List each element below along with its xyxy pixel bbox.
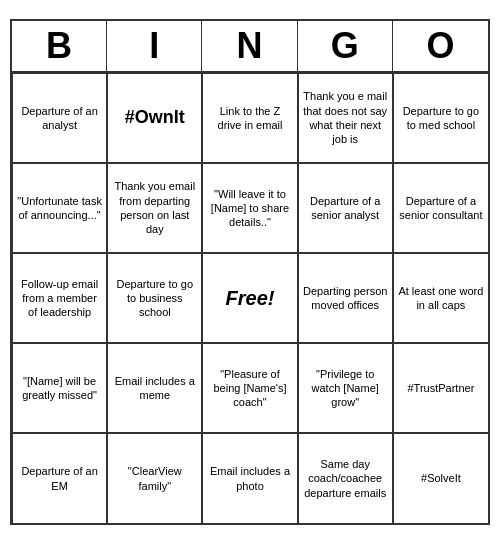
bingo-grid: Departure of an analyst#OwnItLink to the… xyxy=(12,73,488,523)
cell-text-24: #SolveIt xyxy=(421,471,461,485)
bingo-cell-18[interactable]: "Privilege to watch [Name] grow" xyxy=(298,343,393,433)
cell-text-7: "Will leave it to [Name] to share detail… xyxy=(207,187,292,230)
bingo-cell-19[interactable]: #TrustPartner xyxy=(393,343,488,433)
bingo-cell-10[interactable]: Follow-up email from a member of leaders… xyxy=(12,253,107,343)
bingo-header: BINGO xyxy=(12,21,488,73)
bingo-cell-2[interactable]: Link to the Z drive in email xyxy=(202,73,297,163)
bingo-cell-7[interactable]: "Will leave it to [Name] to share detail… xyxy=(202,163,297,253)
bingo-cell-4[interactable]: Departure to go to med school xyxy=(393,73,488,163)
bingo-cell-14[interactable]: At least one word in all caps xyxy=(393,253,488,343)
bingo-cell-15[interactable]: "[Name] will be greatly missed" xyxy=(12,343,107,433)
cell-text-18: "Privilege to watch [Name] grow" xyxy=(303,367,388,410)
bingo-cell-6[interactable]: Thank you email from departing person on… xyxy=(107,163,202,253)
header-letter-n: N xyxy=(202,21,297,71)
bingo-cell-5[interactable]: "Unfortunate task of announcing..." xyxy=(12,163,107,253)
cell-text-6: Thank you email from departing person on… xyxy=(112,179,197,236)
cell-text-23: Same day coach/coachee departure emails xyxy=(303,457,388,500)
cell-text-4: Departure to go to med school xyxy=(398,104,484,133)
bingo-cell-17[interactable]: "Pleasure of being [Name's] coach" xyxy=(202,343,297,433)
cell-text-19: #TrustPartner xyxy=(407,381,474,395)
bingo-cell-20[interactable]: Departure of an EM xyxy=(12,433,107,523)
bingo-cell-11[interactable]: Departure to go to business school xyxy=(107,253,202,343)
bingo-cell-8[interactable]: Departure of a senior analyst xyxy=(298,163,393,253)
bingo-cell-12[interactable]: Free! xyxy=(202,253,297,343)
cell-text-20: Departure of an EM xyxy=(17,464,102,493)
cell-text-15: "[Name] will be greatly missed" xyxy=(17,374,102,403)
bingo-cell-21[interactable]: "ClearView family" xyxy=(107,433,202,523)
cell-text-16: Email includes a meme xyxy=(112,374,197,403)
bingo-cell-9[interactable]: Departure of a senior consultant xyxy=(393,163,488,253)
cell-text-5: "Unfortunate task of announcing..." xyxy=(17,194,102,223)
header-letter-o: O xyxy=(393,21,488,71)
bingo-cell-16[interactable]: Email includes a meme xyxy=(107,343,202,433)
cell-text-10: Follow-up email from a member of leaders… xyxy=(17,277,102,320)
bingo-cell-13[interactable]: Departing person moved offices xyxy=(298,253,393,343)
cell-text-0: Departure of an analyst xyxy=(17,104,102,133)
cell-text-8: Departure of a senior analyst xyxy=(303,194,388,223)
cell-text-12: Free! xyxy=(226,285,275,311)
cell-text-3: Thank you e mail that does not say what … xyxy=(303,89,388,146)
cell-text-2: Link to the Z drive in email xyxy=(207,104,292,133)
bingo-cell-24[interactable]: #SolveIt xyxy=(393,433,488,523)
bingo-cell-23[interactable]: Same day coach/coachee departure emails xyxy=(298,433,393,523)
header-letter-b: B xyxy=(12,21,107,71)
header-letter-g: G xyxy=(298,21,393,71)
cell-text-22: Email includes a photo xyxy=(207,464,292,493)
cell-text-14: At least one word in all caps xyxy=(398,284,484,313)
header-letter-i: I xyxy=(107,21,202,71)
cell-text-1: #OwnIt xyxy=(125,106,185,129)
cell-text-17: "Pleasure of being [Name's] coach" xyxy=(207,367,292,410)
cell-text-9: Departure of a senior consultant xyxy=(398,194,484,223)
bingo-cell-22[interactable]: Email includes a photo xyxy=(202,433,297,523)
bingo-card: BINGO Departure of an analyst#OwnItLink … xyxy=(10,19,490,525)
bingo-cell-0[interactable]: Departure of an analyst xyxy=(12,73,107,163)
cell-text-13: Departing person moved offices xyxy=(303,284,388,313)
cell-text-21: "ClearView family" xyxy=(112,464,197,493)
cell-text-11: Departure to go to business school xyxy=(112,277,197,320)
bingo-cell-3[interactable]: Thank you e mail that does not say what … xyxy=(298,73,393,163)
bingo-cell-1[interactable]: #OwnIt xyxy=(107,73,202,163)
